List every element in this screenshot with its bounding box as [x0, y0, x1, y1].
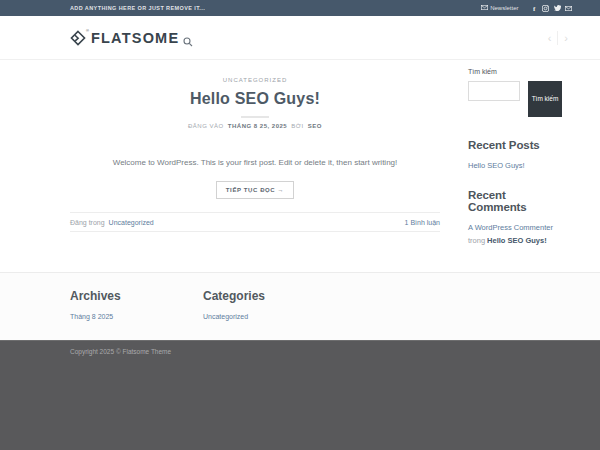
categories-title: Categories: [203, 289, 265, 303]
posted-in: Đăng trong Uncategorized: [70, 219, 156, 226]
meta-category-link[interactable]: Uncategorized: [109, 219, 154, 226]
recent-comment-item: A WordPress Commenter trongHello SEO Guy…: [468, 222, 565, 248]
recent-comments-widget: Recent Comments A WordPress Commenter tr…: [468, 189, 565, 248]
readmore-wrap: TIẾP TỤC ĐỌC →: [70, 178, 440, 199]
comments-link[interactable]: 1 Bình luận: [405, 219, 440, 226]
title-divider: [241, 116, 269, 118]
svg-text:f: f: [533, 5, 536, 12]
facebook-icon[interactable]: f: [532, 5, 538, 12]
search-input[interactable]: [468, 81, 520, 101]
footer-widgets: Archives Tháng 8 2025 Categories Uncateg…: [0, 272, 600, 340]
next-arrow-icon[interactable]: ›: [558, 33, 574, 44]
comment-post-link[interactable]: Hello SEO Guys!: [487, 236, 547, 245]
twitter-icon[interactable]: [554, 5, 561, 11]
copyright-text: Copyright 2025 © Flatsome Theme: [70, 348, 171, 355]
recent-post-link[interactable]: Hello SEO Guys!: [468, 160, 565, 173]
prev-arrow-icon[interactable]: ‹: [542, 33, 558, 44]
post-title[interactable]: Hello SEO Guys!: [70, 90, 440, 108]
post-excerpt: Welcome to WordPress. This is your first…: [70, 157, 440, 169]
category-link-text[interactable]: Uncategorized: [203, 313, 248, 320]
sidebar: Tìm kiếm Tìm kiếm Recent Posts Hello SEO…: [468, 68, 565, 247]
recent-post-link-text[interactable]: Hello SEO Guys!: [468, 161, 525, 170]
archive-link[interactable]: Tháng 8 2025: [70, 313, 121, 320]
topbar-right: Newsletter f: [481, 5, 572, 12]
posted-in-label: Đăng trong: [70, 219, 105, 226]
envelope-icon: [481, 5, 488, 11]
email-icon[interactable]: [565, 6, 572, 11]
recent-posts-widget: Recent Posts Hello SEO Guys!: [468, 139, 565, 173]
search-widget-label: Tìm kiếm: [468, 68, 565, 75]
commenter-link[interactable]: A WordPress Commenter: [468, 223, 553, 232]
archives-title: Archives: [70, 289, 121, 303]
topbar: ADD ANYTHING HERE OR JUST REMOVE IT... N…: [0, 0, 600, 16]
recent-posts-title: Recent Posts: [468, 139, 565, 151]
site-header: ® FLATSOME ‹ ›: [0, 16, 600, 60]
search-icon[interactable]: [183, 33, 193, 51]
topbar-note: ADD ANYTHING HERE OR JUST REMOVE IT...: [70, 5, 205, 11]
instagram-icon[interactable]: [542, 5, 549, 12]
read-more-button[interactable]: TIẾP TỤC ĐỌC →: [216, 181, 294, 199]
post-byline: ĐĂNG VÀO THÁNG 8 25, 2025 BỞI SEO: [70, 123, 440, 129]
archive-link-text[interactable]: Tháng 8 2025: [70, 313, 113, 320]
absolute-footer: Copyright 2025 © Flatsome Theme: [0, 340, 600, 450]
recent-comments-title: Recent Comments: [468, 189, 565, 213]
flatsome-logo-icon: ®: [70, 30, 86, 46]
newsletter-link[interactable]: Newsletter: [481, 5, 519, 11]
category-link[interactable]: Uncategorized: [203, 313, 265, 320]
post-category-link[interactable]: UNCATEGORIZED: [223, 77, 288, 83]
archives-widget: Archives Tháng 8 2025: [70, 289, 121, 320]
social-links: f: [532, 5, 573, 12]
page: ADD ANYTHING HERE OR JUST REMOVE IT... N…: [0, 0, 600, 450]
post-meta-bar: Đăng trong Uncategorized 1 Bình luận: [70, 212, 440, 232]
post-author-link[interactable]: SEO: [308, 123, 322, 129]
post-date-link[interactable]: THÁNG 8 25, 2025: [228, 123, 287, 129]
search-submit-button[interactable]: Tìm kiếm: [528, 81, 562, 117]
logo-text: FLATSOME: [91, 30, 179, 46]
site-logo[interactable]: ® FLATSOME: [70, 16, 179, 60]
registered-mark: ®: [86, 28, 89, 33]
byline-by: BỞI: [291, 123, 303, 129]
comment-on-word: trong: [468, 236, 485, 245]
post-article: UNCATEGORIZED Hello SEO Guys! ĐĂNG VÀO T…: [70, 68, 440, 232]
byline-prefix: ĐĂNG VÀO: [188, 123, 224, 129]
search-widget: Tìm kiếm: [468, 81, 565, 117]
newsletter-label: Newsletter: [490, 5, 518, 11]
post-navigation: ‹ ›: [542, 16, 574, 60]
categories-widget: Categories Uncategorized: [203, 289, 265, 320]
